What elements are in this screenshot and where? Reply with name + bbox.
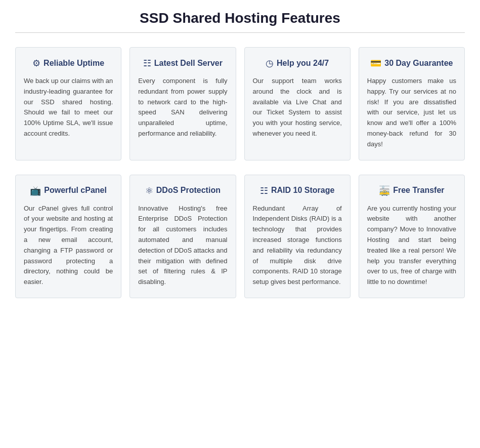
card-body-raid-10-storage: Redundant Array of Independent Disks (RA…: [253, 203, 342, 288]
card-header-reliable-uptime: ⚙ Reliable Uptime: [24, 58, 113, 69]
card-body-ddos-protection: Innovative Hosting's free Enterprise DDo…: [138, 203, 227, 288]
card-powerful-cpanel: 📺 Powerful cPanel Our cPanel gives full …: [15, 175, 121, 298]
card-body-free-transfer: Are you currently hosting your website w…: [367, 203, 456, 288]
free-transfer-icon: 🚋: [379, 185, 390, 196]
card-header-raid-10-storage: ☷ RAID 10 Storage: [253, 185, 342, 196]
powerful-cpanel-icon: 📺: [30, 185, 41, 196]
card-body-help-247: Our support team works around the clock …: [253, 76, 342, 139]
card-title-help-247: Help you 24/7: [277, 58, 329, 69]
page-title: SSD Shared Hosting Features: [15, 10, 465, 33]
card-title-latest-dell-server: Latest Dell Server: [154, 58, 223, 69]
card-header-30-day-guarantee: 💳 30 Day Guarantee: [367, 58, 456, 69]
card-header-help-247: ◷ Help you 24/7: [253, 58, 342, 69]
card-body-30-day-guarantee: Happy customers make us happy. Try our s…: [367, 76, 456, 150]
card-header-ddos-protection: ⚛ DDoS Protection: [138, 185, 227, 196]
latest-dell-server-icon: ☷: [143, 58, 151, 69]
card-title-ddos-protection: DDoS Protection: [156, 185, 221, 196]
card-title-raid-10-storage: RAID 10 Storage: [271, 185, 334, 196]
card-header-free-transfer: 🚋 Free Transfer: [367, 185, 456, 196]
help-247-icon: ◷: [266, 58, 274, 69]
card-title-reliable-uptime: Reliable Uptime: [43, 58, 104, 69]
raid-10-storage-icon: ☷: [260, 185, 268, 196]
reliable-uptime-icon: ⚙: [32, 58, 40, 69]
card-free-transfer: 🚋 Free Transfer Are you currently hostin…: [359, 175, 465, 298]
card-raid-10-storage: ☷ RAID 10 Storage Redundant Array of Ind…: [244, 175, 351, 298]
card-title-free-transfer: Free Transfer: [393, 185, 444, 196]
ddos-protection-icon: ⚛: [145, 185, 153, 196]
30-day-guarantee-icon: 💳: [370, 58, 381, 69]
card-30-day-guarantee: 💳 30 Day Guarantee Happy customers make …: [359, 47, 465, 160]
card-reliable-uptime: ⚙ Reliable Uptime We back up our claims …: [15, 47, 121, 160]
card-header-powerful-cpanel: 📺 Powerful cPanel: [24, 185, 113, 196]
row2-grid: 📺 Powerful cPanel Our cPanel gives full …: [15, 175, 465, 298]
card-title-powerful-cpanel: Powerful cPanel: [44, 185, 107, 196]
card-ddos-protection: ⚛ DDoS Protection Innovative Hosting's f…: [129, 175, 236, 298]
card-title-30-day-guarantee: 30 Day Guarantee: [384, 58, 453, 69]
card-body-reliable-uptime: We back up our claims with an industry-l…: [24, 76, 113, 139]
card-body-powerful-cpanel: Our cPanel gives full control of your we…: [24, 203, 113, 288]
card-body-latest-dell-server: Every component is fully redundant from …: [138, 76, 227, 139]
card-latest-dell-server: ☷ Latest Dell Server Every component is …: [129, 47, 236, 160]
row1-grid: ⚙ Reliable Uptime We back up our claims …: [15, 47, 465, 160]
card-header-latest-dell-server: ☷ Latest Dell Server: [138, 58, 227, 69]
card-help-247: ◷ Help you 24/7 Our support team works a…: [244, 47, 351, 160]
